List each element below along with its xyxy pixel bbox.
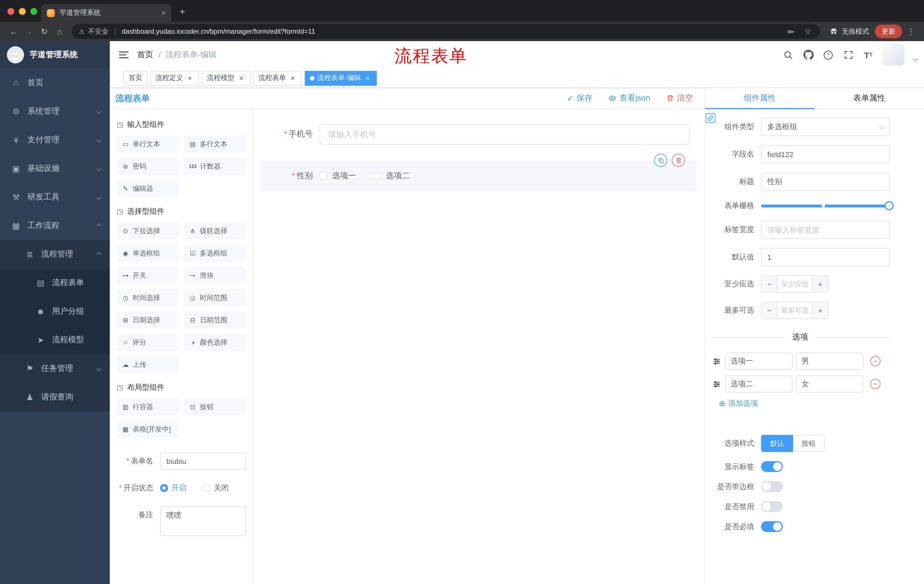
forward-icon[interactable]: → <box>22 25 35 38</box>
back-icon[interactable]: ← <box>7 25 20 38</box>
tag-close-icon[interactable]: × <box>364 74 372 82</box>
sidebar-item-process-form[interactable]: ▤ 流程表单 <box>0 268 110 297</box>
style-button-button[interactable]: 按钮 <box>793 435 825 452</box>
sidebar-item-workflow[interactable]: ▦ 工作流程 <box>0 211 110 240</box>
add-option-button[interactable]: ⊕ 添加选项 <box>719 398 890 409</box>
view-json-button[interactable]: 查看json <box>609 93 650 104</box>
sidebar-item-process-model[interactable]: ➤ 流程模型 <box>0 326 110 354</box>
bookmark-star-icon[interactable]: ☆ <box>803 25 813 38</box>
window-close-button[interactable] <box>7 8 14 15</box>
sidebar-item-leave-query[interactable]: ♟ 请假查询 <box>0 383 110 411</box>
increase-icon[interactable]: + <box>812 276 828 292</box>
component-slider[interactable]: ⊸滑块 <box>184 267 246 284</box>
phone-input[interactable] <box>320 124 690 145</box>
decrease-icon[interactable]: − <box>762 302 778 318</box>
option-value-input[interactable] <box>796 375 863 393</box>
tag-process-definition[interactable]: 流程定义 × <box>150 71 199 86</box>
style-default-button[interactable]: 默认 <box>761 435 793 452</box>
sidebar-item-payment-management[interactable]: ¥ 支付管理 <box>0 126 110 154</box>
disabled-toggle[interactable] <box>761 501 783 512</box>
tab-form-properties[interactable]: 表单属性 <box>815 88 924 109</box>
sidebar-item-infrastructure[interactable]: ▣ 基础设施 <box>0 154 110 183</box>
form-name-input[interactable] <box>160 452 246 470</box>
tag-process-form-edit[interactable]: 流程表单-编辑 × <box>305 71 377 86</box>
option-label-input[interactable] <box>725 352 792 370</box>
label-width-input[interactable] <box>761 220 890 239</box>
app-logo[interactable]: 芋道管理系统 <box>0 41 110 69</box>
component-checkbox-group[interactable]: ☑多选框组 <box>184 245 246 262</box>
component-counter[interactable]: 123计数器 <box>184 158 246 175</box>
canvas-field-phone[interactable]: 手机号 <box>260 124 696 145</box>
tag-close-icon[interactable]: × <box>186 74 194 82</box>
increase-icon[interactable]: + <box>812 302 828 318</box>
password-key-icon[interactable] <box>785 25 796 38</box>
component-editor[interactable]: ✎编辑器 <box>117 180 179 197</box>
reload-icon[interactable]: ↻ <box>38 25 51 38</box>
component-radio-group[interactable]: ◉单选框组 <box>117 245 179 262</box>
browser-menu-icon[interactable]: ⋮ <box>907 27 915 36</box>
tag-close-icon[interactable]: × <box>289 74 297 82</box>
clear-button[interactable]: 清空 <box>666 93 693 104</box>
url-text[interactable]: dashboard.yudao.iocoder.cn/bpm/manager/f… <box>122 28 782 35</box>
sidebar-item-dev-tools[interactable]: ⚒ 研发工具 <box>0 183 110 211</box>
sidebar-item-task-management[interactable]: ⚑ 任务管理 <box>0 354 110 383</box>
sidebar-item-home[interactable]: ⌂ 首页 <box>0 69 110 97</box>
component-table[interactable]: ▦表格[开发中] <box>117 421 179 438</box>
option-label-input[interactable] <box>725 375 792 393</box>
sidebar-item-system-management[interactable]: ⚙ 系统管理 <box>0 97 110 126</box>
url-omnibox[interactable]: ⚠ 不安全 dashboard.yudao.iocoder.cn/bpm/man… <box>72 24 820 39</box>
window-zoom-button[interactable] <box>30 8 37 15</box>
github-icon[interactable] <box>803 49 813 60</box>
remove-option-button[interactable]: − <box>870 379 881 389</box>
search-icon[interactable] <box>783 49 794 60</box>
component-date-picker[interactable]: ⊞日期选择 <box>117 311 179 329</box>
canvas-field-gender-selected[interactable]: 性别 选项一 选项二 <box>260 161 696 191</box>
component-button[interactable]: ⊡按钮 <box>184 398 246 415</box>
gender-option-1[interactable]: 选项一 <box>320 171 356 181</box>
drag-handle-icon[interactable] <box>712 356 722 366</box>
tag-close-icon[interactable]: × <box>237 74 245 82</box>
font-size-icon[interactable]: TT <box>863 49 874 60</box>
default-value-input[interactable] <box>761 248 890 266</box>
delete-component-button[interactable] <box>672 154 685 167</box>
link-toggle-button[interactable] <box>706 113 715 123</box>
show-label-toggle[interactable] <box>761 461 783 472</box>
fullscreen-icon[interactable] <box>843 49 854 60</box>
component-password[interactable]: ⊛密码 <box>117 158 179 175</box>
sidebar-item-user-group[interactable]: ☻ 用户分组 <box>0 297 110 326</box>
browser-update-button[interactable]: 更新 <box>875 25 902 38</box>
avatar-dropdown-caret-icon[interactable] <box>913 57 918 61</box>
component-date-range[interactable]: ⊟日期范围 <box>184 311 246 329</box>
decrease-icon[interactable]: − <box>762 276 778 292</box>
component-type-select[interactable]: 多选框组 <box>761 118 890 136</box>
slider-handle[interactable] <box>884 201 894 210</box>
save-button[interactable]: ✓ 保存 <box>567 93 592 104</box>
remove-option-button[interactable]: − <box>870 356 881 366</box>
user-avatar[interactable] <box>883 44 904 66</box>
component-rate[interactable]: ☆评分 <box>117 334 179 351</box>
max-select-value[interactable]: 最多可选 <box>778 302 812 318</box>
sidebar-item-process-management[interactable]: ≣ 流程管理 <box>0 240 110 268</box>
title-input[interactable] <box>761 173 890 191</box>
hamburger-icon[interactable] <box>119 50 129 60</box>
min-select-value[interactable]: 至少应选 <box>778 276 812 292</box>
grid-slider[interactable] <box>761 200 890 211</box>
component-row-container[interactable]: ▥行容器 <box>117 398 179 415</box>
component-single-text[interactable]: ▭单行文本 <box>117 135 179 153</box>
window-minimize-button[interactable] <box>19 8 26 15</box>
option-value-input[interactable] <box>796 352 863 370</box>
component-time-picker[interactable]: ◷时间选择 <box>117 289 179 306</box>
form-canvas[interactable]: 手机号 性别 选项一 <box>253 109 705 584</box>
browser-home-icon[interactable]: ⌂ <box>53 25 66 38</box>
tab-component-properties[interactable]: 组件属性 <box>705 88 815 109</box>
required-toggle[interactable] <box>761 521 783 532</box>
radio-status-closed[interactable]: 关闭 <box>202 483 229 493</box>
copy-component-button[interactable] <box>654 154 667 167</box>
tag-process-form[interactable]: 流程表单 × <box>253 71 302 86</box>
tab-close-icon[interactable]: × <box>162 8 166 17</box>
component-time-range[interactable]: ◶时间范围 <box>184 289 246 306</box>
component-select[interactable]: ⊙下拉选择 <box>117 222 179 239</box>
remark-textarea[interactable]: 嘿嘿 <box>160 506 246 536</box>
component-cascader[interactable]: ⋔级联选择 <box>184 222 246 239</box>
field-name-input[interactable] <box>761 145 890 163</box>
